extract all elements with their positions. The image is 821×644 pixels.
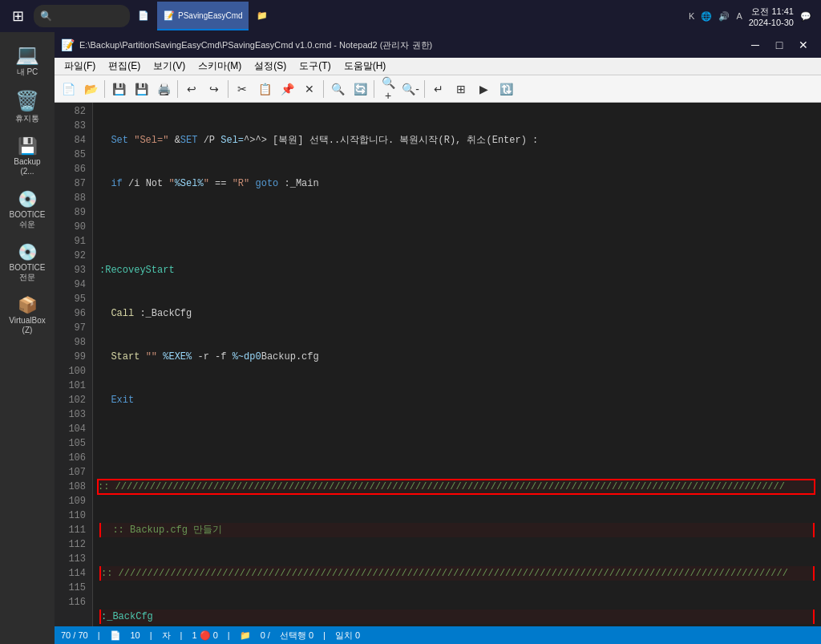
- notepad-icon: 📝: [164, 10, 175, 21]
- tray-lang-icon: A: [736, 11, 742, 21]
- system-tray: K 🌐 🔊 A 오전 11:41 2024-10-30 💬: [689, 6, 818, 27]
- tray-k-icon: K: [689, 11, 694, 21]
- tray-network-icon: 🌐: [701, 11, 712, 22]
- clock-time: 오전 11:41: [751, 6, 794, 18]
- taskbar-search[interactable]: 🔍: [34, 5, 130, 27]
- taskbar: ⊞ 🔍 📄 📝 PSavingEasyCmd... 📁 K 🌐 🔊 A 오전 1…: [0, 0, 821, 32]
- sidebar-recycle-label: 휴지통: [15, 114, 39, 124]
- sidebar-item-backup[interactable]: 💾 Backup (2...: [3, 132, 51, 181]
- code-line-90: :: /////////////////////////////////////…: [98, 480, 815, 494]
- tb-copy[interactable]: 📋: [254, 79, 275, 99]
- tb-saveas[interactable]: 💾: [131, 79, 152, 99]
- bootice1-icon: 💿: [18, 189, 38, 209]
- notification-icon: 💬: [800, 11, 811, 22]
- tb-wrap[interactable]: ↵: [428, 79, 449, 99]
- tb-view2[interactable]: ⊞: [451, 79, 471, 99]
- minimize-button[interactable]: ─: [744, 36, 766, 54]
- recycle-icon: 🗑️: [15, 90, 39, 112]
- status-warnings: 1 🔴 0: [192, 630, 217, 641]
- close-button[interactable]: ✕: [792, 36, 815, 54]
- status-encoding: 자: [162, 630, 171, 642]
- tb-paste[interactable]: 📌: [277, 79, 297, 99]
- tb-print[interactable]: 🖨️: [153, 79, 174, 99]
- window-title: E:\Backup\PartitionSavingEasyCmd\PSaving…: [79, 39, 739, 51]
- toolbar: 📄 📂 💾 💾 🖨️ ↩ ↪ ✂ 📋 📌 ✕ 🔍 🔄 🔍+ 🔍- ↵ ⊞ ▶: [55, 75, 821, 103]
- tb-separator-3: [228, 80, 229, 98]
- clock-date: 2024-10-30: [749, 18, 794, 27]
- sidebar-bootice1-label: BOOTICE 쉬운: [6, 210, 48, 229]
- virtualbox-icon: 📦: [18, 295, 38, 314]
- taskbar-folder-app[interactable]: 📁: [250, 2, 274, 30]
- status-selection: 선택행 0: [280, 630, 313, 642]
- tb-separator-2: [177, 80, 178, 98]
- taskbar-notepad-app[interactable]: 📝 PSavingEasyCmd...: [157, 2, 249, 30]
- code-content[interactable]: Set "Sel=" &SET /P Sel=^>^> [복원] 선택..시작합…: [93, 103, 821, 626]
- code-line-89: [99, 436, 815, 451]
- code-line-91: :: Backup.cfg 만들기: [99, 523, 815, 537]
- notepad-window: 📝 E:\Backup\PartitionSavingEasyCmd\PSavi…: [55, 32, 821, 644]
- sidebar-item-bootice2[interactable]: 💿 BOOTICE 전문: [3, 237, 51, 287]
- code-line-92: :: /////////////////////////////////////…: [99, 566, 815, 581]
- tb-save[interactable]: 💾: [108, 79, 129, 99]
- tb-separator-1: [104, 80, 105, 98]
- code-editor[interactable]: 82 83 84 85 86 87 88 89 90 91 92 93 94 9…: [55, 103, 821, 626]
- tb-replace[interactable]: 🔄: [350, 79, 370, 99]
- sidebar-item-bootice1[interactable]: 💿 BOOTICE 쉬운: [3, 184, 51, 234]
- main-area: 💻 내 PC 🗑️ 휴지통 💾 Backup (2... 💿 BOOTICE 쉬…: [0, 32, 821, 644]
- code-line-84: [99, 220, 815, 234]
- maximize-button[interactable]: □: [768, 36, 791, 54]
- sidebar-backup-label: Backup (2...: [6, 157, 48, 176]
- tb-delete[interactable]: ✕: [299, 79, 320, 99]
- sidebar: 💻 내 PC 🗑️ 휴지통 💾 Backup (2... 💿 BOOTICE 쉬…: [0, 32, 55, 644]
- tb-open[interactable]: 📂: [80, 79, 101, 99]
- code-line-93: :_BackCfg: [99, 610, 815, 624]
- tb-redo[interactable]: ↪: [204, 79, 224, 99]
- menu-view[interactable]: 보기(V): [147, 58, 192, 75]
- notepad-label: PSavingEasyCmd...: [178, 11, 242, 20]
- menu-help[interactable]: 도움말(H): [338, 58, 393, 75]
- status-sep2: |: [150, 630, 152, 640]
- status-folder-icon: 📁: [240, 630, 251, 641]
- tb-separator-6: [424, 80, 425, 98]
- tb-zoomin[interactable]: 🔍+: [378, 79, 398, 99]
- menu-settings[interactable]: 설정(S): [248, 58, 293, 75]
- sidebar-item-recycle[interactable]: 🗑️ 휴지통: [3, 85, 51, 128]
- code-line-87: Start "" %EXE% -r -f %~dp0Backup.cfg: [99, 350, 815, 364]
- tray-volume-icon: 🔊: [718, 11, 730, 22]
- status-sep4: |: [228, 630, 230, 640]
- line-numbers: 82 83 84 85 86 87 88 89 90 91 92 93 94 9…: [55, 103, 93, 626]
- status-file-icon: 📄: [110, 630, 121, 641]
- menu-tools[interactable]: 도구(T): [293, 58, 337, 75]
- start-button[interactable]: ⊞: [3, 2, 32, 30]
- status-bar: 70 / 70 | 📄 10 | 자 | 1 🔴 0 | 📁 0 / 선택행 0…: [55, 626, 821, 644]
- tb-new[interactable]: 📄: [58, 79, 79, 99]
- tb-zoomout[interactable]: 🔍-: [400, 79, 421, 99]
- editor-wrapper: 82 83 84 85 86 87 88 89 90 91 92 93 94 9…: [55, 103, 821, 626]
- tb-nav[interactable]: ▶: [473, 79, 494, 99]
- mypc-icon: 💻: [15, 43, 39, 66]
- window-controls: ─ □ ✕: [744, 36, 815, 54]
- tb-cut[interactable]: ✂: [232, 79, 253, 99]
- tb-undo[interactable]: ↩: [181, 79, 202, 99]
- system-clock: 오전 11:41 2024-10-30: [749, 6, 794, 27]
- tb-separator-5: [374, 80, 374, 98]
- app-icon: 📝: [61, 38, 75, 51]
- code-line-88: Exit: [99, 393, 815, 407]
- tb-refresh[interactable]: 🔃: [495, 79, 516, 99]
- status-file-count: 10: [131, 630, 140, 640]
- code-line-86: Call :_BackCfg: [99, 306, 815, 321]
- menu-file[interactable]: 파일(F): [58, 58, 102, 75]
- status-line-col: 70 / 70: [61, 630, 88, 640]
- sidebar-item-mypc[interactable]: 💻 내 PC: [3, 38, 51, 82]
- sidebar-bootice2-label: BOOTICE 전문: [6, 263, 48, 282]
- status-sep5: |: [323, 630, 326, 640]
- menu-schema[interactable]: 스키마(M): [192, 58, 248, 75]
- menu-edit[interactable]: 편집(E): [102, 58, 147, 75]
- status-sep1: |: [98, 630, 100, 640]
- sidebar-item-virtualbox[interactable]: 📦 VirtualBox (Z): [3, 290, 51, 340]
- taskbar-file-icon[interactable]: 📄: [131, 2, 156, 30]
- code-line-85: :RecoveyStart: [99, 263, 815, 277]
- title-bar: 📝 E:\Backup\PartitionSavingEasyCmd\PSavi…: [55, 32, 821, 58]
- tb-find[interactable]: 🔍: [327, 79, 348, 99]
- status-folder-count: 0 /: [261, 630, 270, 640]
